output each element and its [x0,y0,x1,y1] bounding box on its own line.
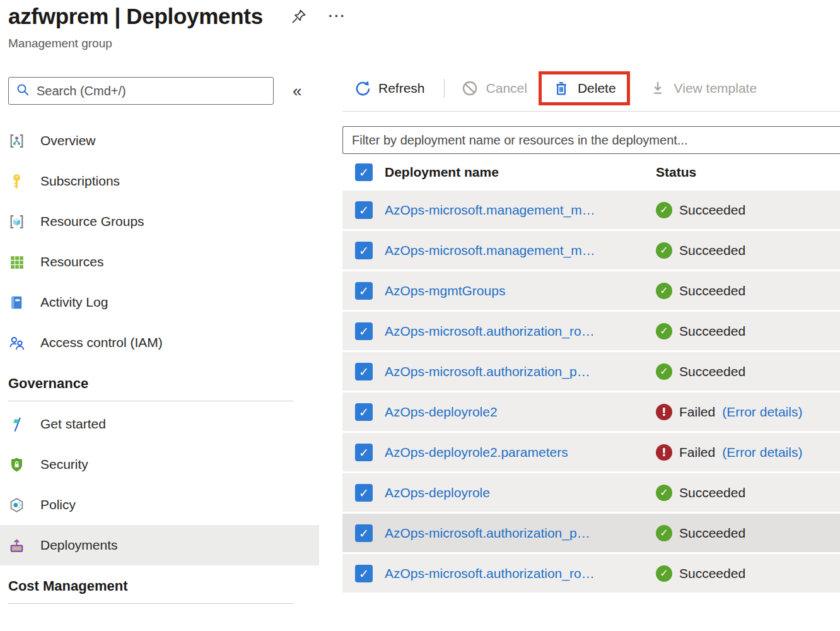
divider [342,111,840,112]
search-icon [15,82,30,100]
status-cell: ! Failed (Error details) [656,404,840,420]
error-details-link[interactable]: (Error details) [722,404,802,420]
sidebar-item-label: Get started [40,416,106,432]
page-title: azfwprem | Deployments [8,4,263,29]
row-checkbox[interactable]: ✓ [355,201,373,219]
toolbar-separator [444,79,445,98]
table-row[interactable]: ✓ AzOps-microsoft.authorization_p… ✓ Suc… [342,352,840,391]
sidebar-item-resource-groups[interactable]: Resource Groups [0,201,319,242]
resources-grid-icon [8,254,25,271]
table-header: ✓ Deployment name Status [342,154,840,191]
sidebar-item-label: Policy [40,497,76,512]
refresh-button[interactable]: Refresh [353,80,425,97]
view-template-button[interactable]: View template [649,80,757,97]
select-all-checkbox[interactable]: ✓ [355,163,373,181]
collapse-sidebar-button[interactable]: « [293,81,301,101]
row-checkbox[interactable]: ✓ [355,444,373,461]
status-cell: ✓ Succeeded [656,363,840,380]
sidebar-item-label: Access control (IAM) [40,335,163,350]
sidebar-item-resources[interactable]: Resources [0,242,319,282]
main-content: Refresh Cancel Delete [342,68,840,594]
pin-icon[interactable] [291,8,307,25]
deployment-name-link[interactable]: AzOps-microsoft.management_m… [385,203,644,218]
search-box[interactable] [8,77,274,105]
sidebar-item-subscriptions[interactable]: Subscriptions [0,161,319,201]
cancel-icon [461,80,479,97]
refresh-icon [353,80,371,97]
deployment-name-link[interactable]: AzOps-microsoft.authorization_ro… [385,566,644,581]
row-checkbox[interactable]: ✓ [355,282,373,300]
sidebar-item-label: Overview [40,133,96,148]
table-row[interactable]: ✓ AzOps-microsoft.authorization_p… ✓ Suc… [342,514,840,552]
page-header: azfwprem | Deployments ··· Management gr… [8,4,346,50]
access-control-icon [8,334,25,351]
policy-icon [8,497,25,514]
divider [8,603,293,604]
table-row[interactable]: ✓ AzOps-microsoft.authorization_ro… ✓ Su… [342,312,840,350]
succeeded-icon: ✓ [656,485,672,501]
deployment-name-link[interactable]: AzOps-microsoft.management_m… [385,243,644,258]
table-row[interactable]: ✓ AzOps-deployrole2 ! Failed (Error deta… [342,392,840,431]
sidebar-item-label: Activity Log [40,295,108,310]
row-checkbox[interactable]: ✓ [355,484,373,502]
row-checkbox[interactable]: ✓ [355,403,373,421]
succeeded-icon: ✓ [656,202,672,218]
sidebar-item-deployments[interactable]: Deployments [0,525,319,565]
failed-icon: ! [656,444,672,461]
filter-box[interactable] [342,126,840,154]
deployment-name-link[interactable]: AzOps-mgmtGroups [385,283,644,298]
status-cell: ✓ Succeeded [656,242,840,259]
status-cell: ✓ Succeeded [656,323,840,339]
error-details-link[interactable]: (Error details) [722,445,802,460]
status-cell: ✓ Succeeded [656,565,840,582]
table-row[interactable]: ✓ AzOps-mgmtGroups ✓ Succeeded [342,271,840,310]
cancel-button[interactable]: Cancel [461,80,527,97]
search-input[interactable] [37,84,267,98]
row-checkbox[interactable]: ✓ [355,524,373,542]
sidebar-item-overview[interactable]: Overview [0,121,319,161]
deployment-name-link[interactable]: AzOps-deployrole2 [385,404,644,420]
sidebar-search-row: « [8,77,311,105]
ellipsis-icon[interactable]: ··· [329,13,346,20]
deployment-name-link[interactable]: AzOps-deployrole2.parameters [385,445,644,460]
row-checkbox[interactable]: ✓ [355,322,373,340]
column-header-deployment-name: Deployment name [385,165,644,180]
table-row[interactable]: ✓ AzOps-microsoft.management_m… ✓ Succee… [342,191,840,229]
table-row[interactable]: ✓ AzOps-microsoft.management_m… ✓ Succee… [342,231,840,269]
succeeded-icon: ✓ [656,525,672,541]
sidebar-item-security[interactable]: Security [0,444,319,485]
sidebar-item-label: Deployments [40,538,118,553]
row-checkbox[interactable]: ✓ [355,242,373,259]
deployment-name-link[interactable]: AzOps-microsoft.authorization_ro… [385,324,644,339]
sidebar-item-access-control[interactable]: Access control (IAM) [0,322,319,363]
sidebar-item-activity-log[interactable]: Activity Log [0,282,319,322]
succeeded-icon: ✓ [656,363,672,380]
activity-log-icon [8,294,25,311]
deployment-name-link[interactable]: AzOps-microsoft.authorization_p… [385,364,644,379]
key-icon [8,173,25,190]
row-checkbox[interactable]: ✓ [355,565,373,582]
sidebar-nav: Overview Subscriptions Resource Groups R… [0,121,319,604]
filter-input[interactable] [343,133,840,148]
table-row[interactable]: ✓ AzOps-microsoft.authorization_ro… ✓ Su… [342,554,840,593]
succeeded-icon: ✓ [656,283,672,299]
table-row[interactable]: ✓ AzOps-deployrole2.parameters ! Failed … [342,433,840,471]
table-row[interactable]: ✓ AzOps-deployrole ✓ Succeeded [342,473,840,512]
delete-button-highlight: Delete [539,71,630,105]
sidebar-item-label: Resources [40,254,103,269]
row-checkbox[interactable]: ✓ [355,363,373,380]
deployment-name-link[interactable]: AzOps-microsoft.authorization_p… [385,526,644,541]
status-cell: ✓ Succeeded [656,283,840,299]
sidebar-item-policy[interactable]: Policy [0,485,319,525]
trash-icon [552,80,570,97]
sidebar-item-get-started[interactable]: Get started [0,404,319,444]
status-cell: ! Failed (Error details) [656,444,840,461]
succeeded-icon: ✓ [656,242,672,259]
delete-button[interactable]: Delete [552,80,616,97]
status-cell: ✓ Succeeded [656,525,840,541]
deployments-icon [8,537,25,554]
page-subtitle: Management group [8,37,346,50]
shield-icon [8,456,25,473]
succeeded-icon: ✓ [656,323,672,339]
deployment-name-link[interactable]: AzOps-deployrole [385,485,644,500]
